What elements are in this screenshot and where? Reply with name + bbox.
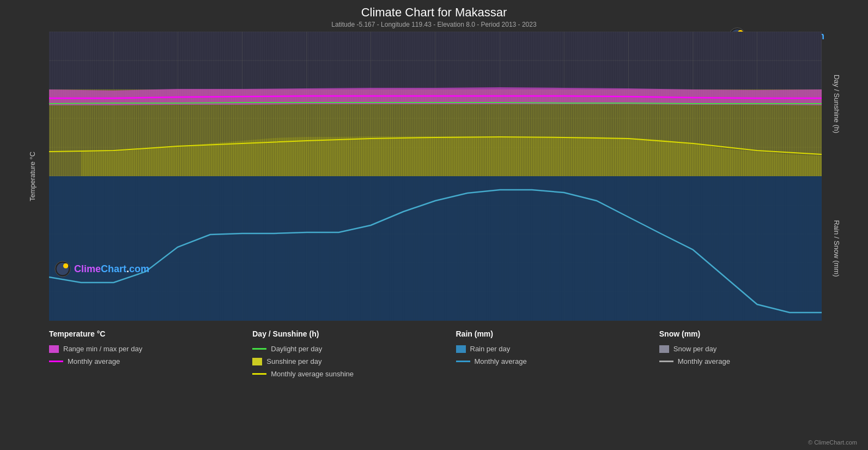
sunshine-label: Sunshine per day — [266, 357, 321, 365]
legend-item-snow-day: Snow per day — [659, 345, 852, 353]
legend-item-temp-avg: Monthly average — [49, 357, 241, 365]
right-axis-label2: Rain / Snow (mm) — [833, 220, 841, 277]
snow-day-swatch — [659, 345, 669, 353]
snow-avg-line — [659, 361, 673, 362]
legend-title-temperature: Temperature °C — [49, 329, 241, 338]
legend-item-sunshine-avg: Monthly average sunshine — [252, 370, 445, 378]
legend-title-rain: Rain (mm) — [456, 329, 648, 338]
legend-item-sunshine: Sunshine per day — [252, 357, 445, 365]
temp-avg-label: Monthly average — [68, 357, 120, 365]
legend-item-rain-day: Rain per day — [456, 345, 648, 353]
logo-icon-bottom — [54, 261, 71, 277]
watermark-bottom: ClimeChart.com — [54, 261, 149, 277]
daylight-line — [252, 348, 266, 350]
left-axis-label: Temperature °C — [29, 151, 37, 201]
chart-container: Climate Chart for Makassar Latitude -5.1… — [0, 0, 868, 450]
legend-item-temp-range: Range min / max per day — [49, 345, 241, 353]
main-chart-svg: 50 40 30 20 10 0 -10 -20 -30 -40 -50 24 … — [49, 32, 822, 321]
sunshine-avg-label: Monthly average sunshine — [271, 370, 354, 378]
legend-item-rain-avg: Monthly average — [456, 357, 648, 365]
snow-day-label: Snow per day — [673, 345, 717, 353]
svg-rect-32 — [49, 176, 822, 321]
watermark-text-bottom: ClimeChart.com — [74, 263, 149, 275]
temp-range-label: Range min / max per day — [63, 345, 142, 353]
rain-day-label: Rain per day — [470, 345, 511, 353]
legend-col-temperature: Temperature °C Range min / max per day M… — [44, 329, 247, 378]
legend-col-snow: Snow (mm) Snow per day Monthly average — [654, 329, 857, 378]
sunshine-swatch — [252, 358, 262, 365]
legend-item-daylight: Daylight per day — [252, 345, 445, 353]
svg-point-69 — [63, 263, 68, 268]
rain-avg-label: Monthly average — [475, 357, 527, 365]
right-axis-label1: Day / Sunshine (h) — [833, 75, 841, 134]
snow-avg-label: Monthly average — [678, 357, 730, 365]
temp-avg-line — [49, 361, 63, 362]
rain-avg-line — [456, 361, 470, 362]
legend-col-sunshine: Day / Sunshine (h) Daylight per day Suns… — [247, 329, 450, 378]
chart-title: Climate Chart for Makassar — [11, 5, 857, 20]
daylight-label: Daylight per day — [271, 345, 322, 353]
sunshine-avg-line — [252, 373, 266, 375]
rain-day-swatch — [456, 345, 466, 353]
legend-item-snow-avg: Monthly average — [659, 357, 852, 365]
legend-area: Temperature °C Range min / max per day M… — [44, 329, 857, 378]
legend-col-rain: Rain (mm) Rain per day Monthly average — [451, 329, 654, 378]
legend-title-sunshine: Day / Sunshine (h) — [252, 329, 445, 338]
copyright: © ClimeChart.com — [808, 439, 857, 446]
temp-range-swatch — [49, 345, 59, 353]
legend-title-snow: Snow (mm) — [659, 329, 852, 338]
